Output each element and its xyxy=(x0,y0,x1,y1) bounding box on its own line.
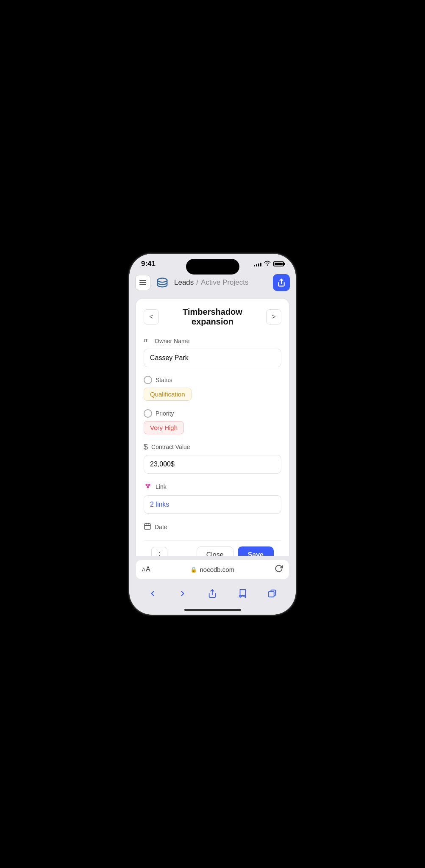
status-icons xyxy=(254,261,284,267)
svg-text:tT: tT xyxy=(144,338,148,343)
owner-name-field: tT Owner Name Cassey Park xyxy=(144,337,281,367)
browser-back-button[interactable] xyxy=(143,586,162,601)
share-button[interactable] xyxy=(273,274,290,291)
svg-line-7 xyxy=(147,485,147,486)
bottom-nav xyxy=(129,582,296,605)
svg-point-5 xyxy=(147,486,149,488)
bookmarks-button[interactable] xyxy=(233,586,252,601)
link-label: Link xyxy=(156,483,167,490)
browser-bar: A A 🔒 nocodb.com xyxy=(129,556,296,582)
tabs-button[interactable] xyxy=(263,586,282,601)
status-field: Status Qualification xyxy=(144,376,281,401)
svg-line-8 xyxy=(148,485,149,486)
status-time: 9:41 xyxy=(141,260,156,268)
record-header: < Timbershadow expansion > xyxy=(144,307,281,327)
svg-rect-14 xyxy=(269,591,274,597)
db-logo-icon xyxy=(155,275,170,290)
breadcrumb-separator: / xyxy=(196,278,198,287)
link-field: Link 2 links xyxy=(144,482,281,514)
close-button[interactable]: Close xyxy=(197,546,233,556)
owner-name-label: Owner Name xyxy=(155,338,189,344)
save-button[interactable]: Save xyxy=(238,546,274,556)
date-field: Date xyxy=(144,522,281,532)
text-size-icon: tT xyxy=(144,337,151,345)
priority-label: Priority xyxy=(156,410,174,417)
font-size-button[interactable]: A A xyxy=(142,566,150,573)
url-bar[interactable]: 🔒 nocodb.com xyxy=(190,566,234,573)
priority-radio-icon xyxy=(144,409,152,418)
dollar-icon: $ xyxy=(144,443,148,452)
contract-value-label: Contract Value xyxy=(151,444,190,450)
priority-badge[interactable]: Very High xyxy=(144,421,184,434)
browser-share-button[interactable] xyxy=(203,586,222,601)
record-card: < Timbershadow expansion > tT xyxy=(136,299,289,556)
battery-icon xyxy=(273,261,284,266)
link-icon xyxy=(144,482,152,492)
font-large-label: A xyxy=(146,566,150,573)
url-text: nocodb.com xyxy=(200,566,234,573)
status-radio-icon xyxy=(144,376,152,384)
contract-value-field: $ Contract Value 23,000$ xyxy=(144,443,281,474)
reload-button[interactable] xyxy=(275,564,283,575)
lock-icon: 🔒 xyxy=(190,566,197,573)
record-title: Timbershadow expansion xyxy=(159,307,266,327)
main-content: < Timbershadow expansion > tT xyxy=(129,294,296,556)
priority-field: Priority Very High xyxy=(144,409,281,434)
browser-forward-button[interactable] xyxy=(173,586,192,601)
svg-rect-9 xyxy=(144,524,150,530)
next-record-button[interactable]: > xyxy=(266,309,281,324)
status-label: Status xyxy=(156,377,172,383)
prev-record-button[interactable]: < xyxy=(144,309,159,324)
contract-value-input[interactable]: 23,000$ xyxy=(144,455,281,474)
svg-point-0 xyxy=(158,278,167,282)
breadcrumb-leads[interactable]: Leads xyxy=(174,278,194,287)
font-small-label: A xyxy=(142,567,145,573)
home-indicator xyxy=(129,605,296,615)
dynamic-island xyxy=(186,259,239,275)
record-toolbar: ⋮ Close Save xyxy=(144,540,281,556)
breadcrumb: Leads / Active Projects xyxy=(174,278,249,287)
wifi-icon xyxy=(264,261,271,267)
owner-name-input[interactable]: Cassey Park xyxy=(144,349,281,367)
signal-icon xyxy=(254,261,261,266)
calendar-icon xyxy=(144,522,151,532)
breadcrumb-active-projects[interactable]: Active Projects xyxy=(201,278,248,287)
date-label: Date xyxy=(155,524,167,530)
link-value[interactable]: 2 links xyxy=(144,495,281,514)
menu-button[interactable] xyxy=(135,275,150,290)
status-badge[interactable]: Qualification xyxy=(144,388,192,401)
more-options-button[interactable]: ⋮ xyxy=(151,547,167,556)
